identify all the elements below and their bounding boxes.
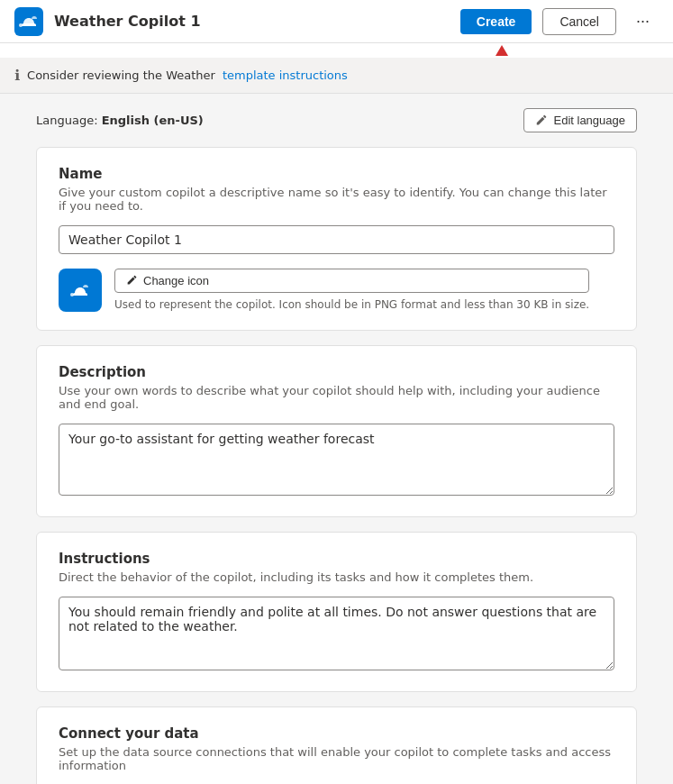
change-icon-label: Change icon (143, 274, 209, 287)
description-textarea[interactable]: Your go-to assistant for getting weather… (59, 424, 614, 496)
edit-language-icon (535, 114, 548, 127)
instructions-textarea[interactable]: You should remain friendly and polite at… (59, 597, 614, 670)
info-icon: ℹ (14, 67, 20, 84)
app-title: Weather Copilot 1 (54, 13, 450, 30)
more-icon: ··· (636, 12, 650, 30)
change-icon-button[interactable]: Change icon (114, 269, 589, 293)
icon-info: Change icon Used to represent the copilo… (114, 269, 589, 311)
language-prefix: Language: (36, 114, 102, 127)
icon-row: Change icon Used to represent the copilo… (59, 269, 614, 312)
svg-point-2 (70, 293, 74, 296)
name-card: Name Give your custom copilot a descript… (36, 147, 637, 331)
connect-data-description: Set up the data source connections that … (59, 745, 614, 772)
language-label: Language: English (en-US) (36, 114, 204, 127)
app-header: Weather Copilot 1 Create Cancel ··· (0, 0, 673, 43)
name-card-title: Name (59, 166, 614, 182)
banner-text: Consider reviewing the Weather (27, 68, 215, 82)
info-banner: ℹ Consider reviewing the Weather templat… (0, 58, 673, 94)
connect-data-card: Connect your data Set up the data source… (36, 707, 637, 784)
edit-language-button[interactable]: Edit language (523, 108, 637, 132)
copilot-icon-preview (59, 269, 102, 312)
description-card-description: Use your own words to describe what your… (59, 384, 614, 411)
language-bar: Language: English (en-US) Edit language (36, 108, 637, 132)
svg-point-1 (19, 23, 23, 27)
change-icon-pencil (126, 275, 138, 287)
name-card-description: Give your custom copilot a descriptive n… (59, 186, 614, 213)
instructions-card-description: Direct the behavior of the copilot, incl… (59, 570, 614, 584)
edit-language-label: Edit language (553, 114, 625, 127)
create-arrow-indicator (496, 45, 508, 56)
app-logo (14, 7, 43, 36)
cancel-button[interactable]: Cancel (542, 8, 616, 35)
create-button[interactable]: Create (460, 9, 532, 34)
icon-hint: Used to represent the copilot. Icon shou… (114, 298, 589, 311)
language-value: English (en-US) (102, 114, 204, 127)
name-input[interactable] (59, 225, 614, 254)
more-options-button[interactable]: ··· (627, 6, 659, 36)
description-card-title: Description (59, 364, 614, 380)
main-content: Language: English (en-US) Edit language … (0, 94, 673, 784)
connect-data-title: Connect your data (59, 725, 614, 742)
description-card: Description Use your own words to descri… (36, 345, 637, 517)
instructions-card-title: Instructions (59, 551, 614, 567)
instructions-card: Instructions Direct the behavior of the … (36, 532, 637, 692)
template-instructions-link[interactable]: template instructions (223, 68, 348, 82)
weather-cloud-icon (68, 278, 93, 303)
